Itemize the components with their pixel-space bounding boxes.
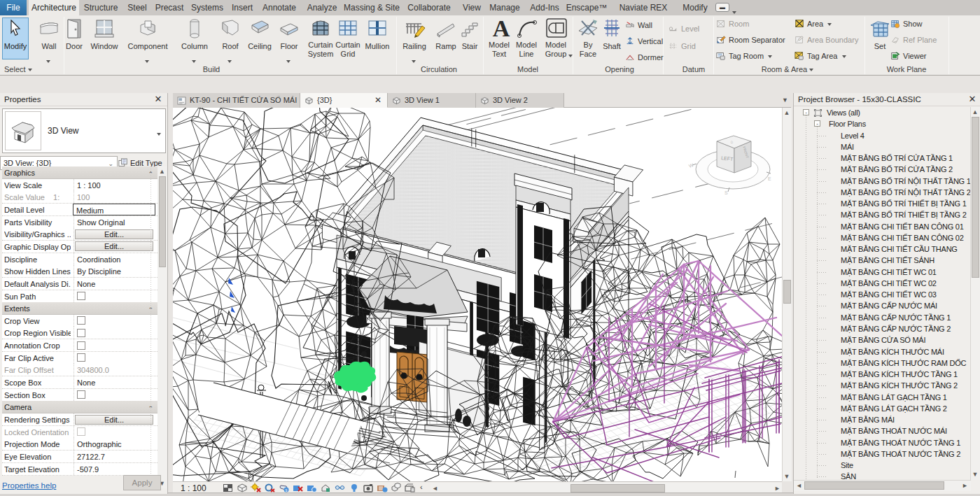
svg-text:9: 9 (286, 488, 288, 493)
svg-text:E: E (768, 176, 771, 181)
svg-text:S: S (724, 190, 728, 195)
